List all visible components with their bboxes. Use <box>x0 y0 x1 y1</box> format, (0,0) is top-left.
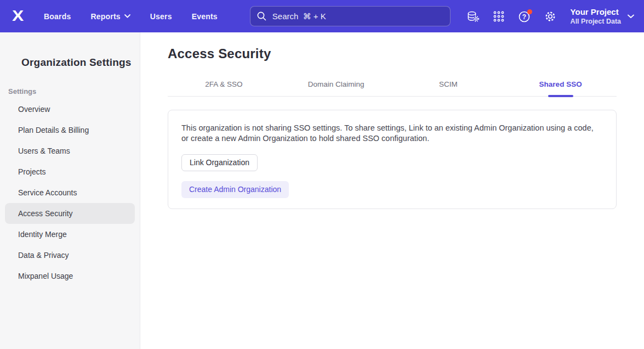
nav-item-label: Events <box>192 12 218 21</box>
apps-grid-button[interactable] <box>489 6 509 26</box>
nine-dot-grid-icon <box>493 10 505 22</box>
nav-item-events[interactable]: Events <box>192 12 218 21</box>
project-scope: All Project Data <box>571 18 621 25</box>
nav-item-label: Reports <box>90 12 120 21</box>
tab-label: Shared SSO <box>539 80 582 88</box>
link-organization-button[interactable]: Link Organization <box>181 154 258 171</box>
help-button[interactable]: ? <box>515 6 535 26</box>
tab-domain-claiming[interactable]: Domain Claiming <box>280 72 392 96</box>
nav-item-users[interactable]: Users <box>150 12 172 21</box>
primary-nav: Boards Reports Users Events <box>44 12 218 21</box>
chevron-down-icon <box>628 14 634 19</box>
global-search <box>250 6 451 26</box>
sidebar-section-label: Settings <box>8 87 140 95</box>
tab-shared-sso[interactable]: Shared SSO <box>504 72 617 96</box>
main-content: Access Security 2FA & SSO Domain Claimin… <box>140 32 644 349</box>
sidebar-title: Organization Settings <box>21 57 140 69</box>
create-admin-organization-button[interactable]: Create Admin Organization <box>181 181 289 198</box>
notification-dot <box>527 9 532 14</box>
top-nav-actions: ? Your Project All Project Data <box>463 6 644 26</box>
create-admin-organization-row: Create Admin Organization <box>181 181 603 198</box>
nav-item-label: Boards <box>44 12 71 21</box>
sidebar-item-mixpanel-usage[interactable]: Mixpanel Usage <box>5 266 135 286</box>
nav-item-reports[interactable]: Reports <box>90 12 130 21</box>
sidebar-item-service-accounts[interactable]: Service Accounts <box>5 182 135 203</box>
chevron-down-icon <box>124 14 130 18</box>
nav-item-label: Users <box>150 12 172 21</box>
tab-bar: 2FA & SSO Domain Claiming SCIM Shared SS… <box>168 72 617 97</box>
sidebar-item-access-security[interactable]: Access Security <box>5 203 135 224</box>
search-icon <box>257 11 267 21</box>
sidebar-item-data-privacy[interactable]: Data & Privacy <box>5 245 135 266</box>
project-name: Your Project <box>571 7 621 18</box>
data-management-button[interactable] <box>463 6 483 26</box>
database-gear-icon <box>466 10 480 23</box>
sidebar-item-list: Overview Plan Details & Billing Users & … <box>0 99 140 286</box>
shared-sso-card: This organization is not sharing SSO set… <box>168 110 617 209</box>
top-navigation-bar: X Boards Reports Users Events <box>0 0 644 32</box>
tab-scim[interactable]: SCIM <box>392 72 505 96</box>
nav-item-boards[interactable]: Boards <box>44 12 71 21</box>
sidebar-item-identity-merge[interactable]: Identity Merge <box>5 224 135 245</box>
settings-sidebar: Organization Settings Settings Overview … <box>0 32 140 349</box>
project-switcher[interactable]: Your Project All Project Data <box>571 7 636 25</box>
shared-sso-description: This organization is not sharing SSO set… <box>181 123 601 144</box>
sidebar-item-overview[interactable]: Overview <box>5 99 135 120</box>
active-tab-indicator <box>548 95 573 97</box>
page-title: Access Security <box>168 46 644 61</box>
sidebar-item-plan-details-billing[interactable]: Plan Details & Billing <box>5 120 135 140</box>
tab-2fa-sso[interactable]: 2FA & SSO <box>168 72 280 96</box>
search-input[interactable] <box>250 6 451 26</box>
sidebar-item-projects[interactable]: Projects <box>5 161 135 182</box>
svg-text:?: ? <box>522 13 526 20</box>
mixpanel-logo-icon[interactable]: X <box>7 8 29 25</box>
settings-button[interactable] <box>540 6 561 26</box>
link-organization-row: Link Organization <box>181 154 603 171</box>
sidebar-item-users-teams[interactable]: Users & Teams <box>5 140 135 161</box>
gear-icon <box>544 10 557 23</box>
